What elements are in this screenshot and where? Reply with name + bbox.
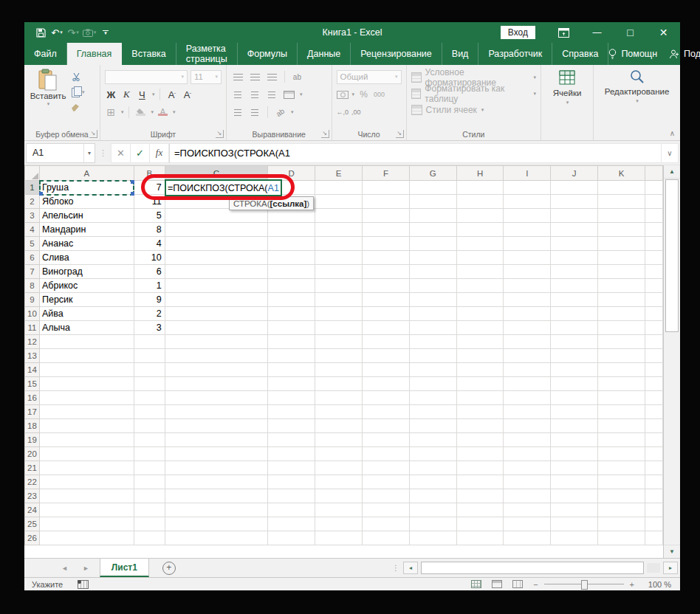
normal-view-icon[interactable] <box>471 580 481 588</box>
cell-I15[interactable] <box>504 377 551 391</box>
cell-G1[interactable] <box>409 181 456 195</box>
cell-B20[interactable] <box>134 447 165 461</box>
cell-F14[interactable] <box>362 363 409 377</box>
cell-A16[interactable] <box>39 391 134 405</box>
increase-indent-button[interactable] <box>248 106 262 120</box>
cell-C7[interactable] <box>165 265 268 279</box>
cell-K19[interactable] <box>598 433 645 447</box>
cell-C23[interactable] <box>165 489 268 503</box>
column-header-I[interactable]: I <box>504 166 551 181</box>
row-header-2[interactable]: 2 <box>25 195 40 209</box>
cell-D19[interactable] <box>268 433 315 447</box>
cell-D12[interactable] <box>268 335 315 349</box>
undo-button[interactable]: ↶▾ <box>49 24 64 41</box>
cell-E18[interactable] <box>315 419 363 433</box>
row-header-3[interactable]: 3 <box>25 209 40 223</box>
cell-H13[interactable] <box>456 349 504 363</box>
cell-J17[interactable] <box>551 405 598 419</box>
zoom-in-icon[interactable]: + <box>630 580 634 589</box>
cell-K5[interactable] <box>598 237 645 251</box>
cell-G20[interactable] <box>409 447 456 461</box>
bold-button[interactable]: Ж <box>105 88 117 102</box>
cell-E14[interactable] <box>315 363 363 377</box>
cell-D26[interactable] <box>268 531 315 545</box>
decrease-indent-button[interactable] <box>231 106 245 120</box>
cell-E9[interactable] <box>315 293 363 307</box>
percent-style-button[interactable]: % <box>357 88 370 102</box>
maximize-button[interactable]: □ <box>614 22 647 43</box>
cell-E7[interactable] <box>315 265 363 279</box>
cell-J24[interactable] <box>551 503 598 517</box>
align-middle-button[interactable] <box>248 70 262 84</box>
number-format-combo[interactable]: Общий▾ <box>337 70 402 84</box>
cell-A9[interactable]: Персик <box>39 293 134 307</box>
cell-C21[interactable] <box>165 461 268 475</box>
row-header-6[interactable]: 6 <box>25 251 40 265</box>
cell-J19[interactable] <box>551 433 598 447</box>
collapse-ribbon-icon[interactable]: ∧ <box>670 129 675 137</box>
cell-H22[interactable] <box>456 475 504 489</box>
cell-A6[interactable]: Слива <box>39 251 134 265</box>
cell-A13[interactable] <box>39 349 134 363</box>
cell-I8[interactable] <box>504 279 551 293</box>
cell-I14[interactable] <box>504 363 551 377</box>
macro-record-icon[interactable] <box>78 580 89 589</box>
cell-B23[interactable] <box>134 489 165 503</box>
row-header-11[interactable]: 11 <box>25 321 40 335</box>
cell-D7[interactable] <box>268 265 315 279</box>
alignment-dialog-launcher[interactable]: ↘ <box>321 130 329 138</box>
cell-K1[interactable] <box>598 181 645 195</box>
tab-Формулы[interactable]: Формулы <box>238 43 298 65</box>
cell-A11[interactable]: Алыча <box>39 321 134 335</box>
row-header-12[interactable]: 12 <box>25 335 40 349</box>
cell-G16[interactable] <box>409 391 456 405</box>
cell-G7[interactable] <box>409 265 456 279</box>
cell-C26[interactable] <box>165 531 268 545</box>
cell-I3[interactable] <box>504 209 551 223</box>
cell-B15[interactable] <box>134 377 165 391</box>
row-header-14[interactable]: 14 <box>25 363 40 377</box>
row-header-21[interactable]: 21 <box>25 461 40 475</box>
cell-D18[interactable] <box>268 419 315 433</box>
cell-F21[interactable] <box>362 461 409 475</box>
cell-C16[interactable] <box>165 391 268 405</box>
cell-I24[interactable] <box>504 503 551 517</box>
vertical-scrollbar[interactable]: ▲ ▼ <box>663 165 680 558</box>
cell-D17[interactable] <box>268 405 315 419</box>
insert-function-button[interactable]: fx <box>150 143 169 163</box>
vertical-scroll-thumb[interactable] <box>665 179 679 332</box>
cell-F25[interactable] <box>362 517 409 531</box>
row-header-25[interactable]: 25 <box>25 517 40 531</box>
tab-Разметка страницы[interactable]: Разметка страницы <box>176 43 238 65</box>
cell-J11[interactable] <box>551 321 598 335</box>
cell-H19[interactable] <box>456 433 504 447</box>
orientation-button[interactable]: ab <box>270 103 289 122</box>
hscroll-left-icon[interactable]: ◂ <box>403 562 418 574</box>
cell-C15[interactable] <box>165 377 268 391</box>
cell-F4[interactable] <box>362 223 409 237</box>
cell-K3[interactable] <box>598 209 645 223</box>
tab-file[interactable]: Файл <box>24 43 67 65</box>
cell-E11[interactable] <box>315 321 363 335</box>
cell-F10[interactable] <box>362 307 409 321</box>
cell-F7[interactable] <box>362 265 409 279</box>
cell-D6[interactable] <box>268 251 315 265</box>
cell-G24[interactable] <box>409 503 456 517</box>
cell-C20[interactable] <box>165 447 268 461</box>
horizontal-scroll-track[interactable] <box>647 563 660 573</box>
cell-J21[interactable] <box>551 461 598 475</box>
close-button[interactable]: ✕ <box>647 22 680 43</box>
cell-H12[interactable] <box>456 335 504 349</box>
clipboard-dialog-launcher[interactable]: ↘ <box>89 130 97 138</box>
cell-A17[interactable] <box>39 405 134 419</box>
tab-Вставка[interactable]: Вставка <box>122 43 176 65</box>
cell-G6[interactable] <box>409 251 456 265</box>
number-dialog-launcher[interactable]: ↘ <box>396 130 404 138</box>
cell-H8[interactable] <box>456 279 504 293</box>
cell-C6[interactable] <box>165 251 268 265</box>
cell-F9[interactable] <box>362 293 409 307</box>
cell-I1[interactable] <box>504 181 551 195</box>
formula-input[interactable]: =ПОИСКПОЗ(СТРОКА(A1 <box>169 143 662 163</box>
customize-qat-button[interactable]: ▾ <box>98 24 113 41</box>
comma-style-button[interactable]: 000 <box>373 88 385 102</box>
